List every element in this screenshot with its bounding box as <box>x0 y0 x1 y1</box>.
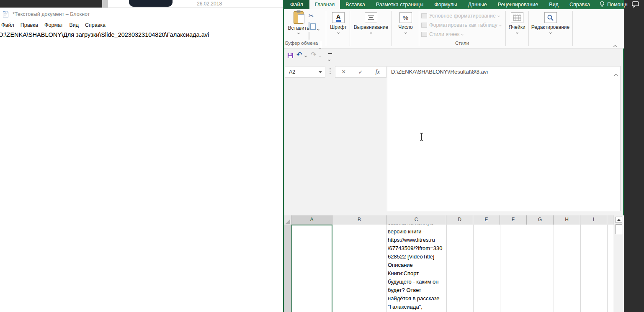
quick-access-toolbar: ↶ ↷ <box>284 49 624 63</box>
column-header-e[interactable]: E <box>473 215 500 225</box>
tab-file[interactable]: Файл <box>284 0 309 9</box>
notepad-menu-file[interactable]: Файл <box>1 22 14 28</box>
column-header-f[interactable]: F <box>500 215 527 225</box>
redo-button[interactable]: ↷ <box>311 51 316 59</box>
copy-icon <box>309 22 309 30</box>
cell-text-line: будет? Ответ <box>388 286 446 294</box>
cell-c2-text[interactable]: ссылка на полную версию книги - https://… <box>388 225 446 312</box>
background-window-strip: 26.02.2018 <box>108 0 283 8</box>
scroll-up-button[interactable] <box>616 217 622 223</box>
notepad-titlebar[interactable]: *Текстовый документ – Блокнот <box>0 8 283 20</box>
cell-text-line: ссылка на полную <box>388 225 446 228</box>
notepad-text-content[interactable]: D:\ZENKA\SHABLONY\Для загрузки\Slide_202… <box>0 31 209 38</box>
group-separator <box>392 11 392 46</box>
undo-button[interactable]: ↶ <box>296 51 302 59</box>
background-image-thumbnail <box>129 0 173 7</box>
cut-button[interactable]: ✂ <box>309 13 314 19</box>
column-header-i[interactable]: I <box>580 215 607 225</box>
comments-button[interactable] <box>632 0 639 9</box>
enter-button[interactable]: ✓ <box>358 69 363 75</box>
format-as-table-icon <box>421 23 427 28</box>
cell-text-line: версию книги - <box>388 228 446 236</box>
save-icon <box>287 52 294 59</box>
notepad-menu-help[interactable]: Справка <box>85 22 106 28</box>
name-box-value: A2 <box>285 69 319 75</box>
tab-page-layout[interactable]: Разметка страницы <box>371 0 429 9</box>
select-all-button[interactable] <box>284 215 291 225</box>
redo-dropdown[interactable] <box>319 55 321 57</box>
gridline <box>527 225 527 312</box>
alignment-group-button[interactable]: Выравнивание <box>350 12 392 33</box>
cell-styles-icon <box>421 32 427 37</box>
tab-insert[interactable]: Вставка <box>340 0 370 9</box>
paste-clipboard-icon <box>294 11 304 24</box>
notepad-menu-view[interactable]: Вид <box>69 22 79 28</box>
active-cell-a2[interactable] <box>291 225 332 312</box>
conditional-formatting-button[interactable]: Условное форматирование <box>421 13 500 19</box>
insert-function-button[interactable]: fx <box>376 69 380 75</box>
column-header-g[interactable]: G <box>527 215 554 225</box>
format-as-table-button[interactable]: Форматировать как таблицу <box>421 22 501 28</box>
save-button[interactable] <box>287 52 294 59</box>
column-header-h[interactable]: H <box>554 215 580 225</box>
cells-group-button[interactable]: Ячейки <box>506 12 528 33</box>
tab-help[interactable]: Справка <box>564 0 595 9</box>
background-date-label: 26.02.2018 <box>197 1 222 7</box>
tab-data[interactable]: Данные <box>463 0 492 9</box>
comment-icon <box>632 1 639 8</box>
conditional-formatting-icon <box>421 13 427 18</box>
number-group-button[interactable]: % Число <box>392 12 419 33</box>
group-separator <box>326 11 326 46</box>
cell-text-line: "Галаксиада", <box>388 303 446 311</box>
ribbon: Вставить ✂ Буфер обмена А Шрифт <box>284 9 624 49</box>
editing-group-button[interactable]: Редактирование <box>529 12 572 33</box>
tab-home[interactable]: Главная <box>309 0 340 9</box>
name-box-resize-handle[interactable] <box>330 68 331 74</box>
copy-button[interactable] <box>309 22 309 30</box>
column-header-c[interactable]: C <box>386 215 446 225</box>
notepad-menu-format[interactable]: Формат <box>44 22 63 28</box>
cell-text-line: /67743509/?lfrom=330 <box>388 244 446 253</box>
row-header-column[interactable] <box>284 225 291 312</box>
cell-styles-button[interactable]: Стили ячеек <box>421 31 463 38</box>
cell-text-line: Описание <box>388 261 446 269</box>
tab-view[interactable]: Вид <box>544 0 564 9</box>
gridline <box>580 225 581 312</box>
collapse-formula-bar-button[interactable] <box>615 71 617 79</box>
tab-review[interactable]: Рецензирование <box>492 0 544 9</box>
column-header-b[interactable]: B <box>332 215 386 225</box>
notepad-menu-edit[interactable]: Правка <box>21 22 38 28</box>
find-select-icon <box>544 12 557 23</box>
paste-button[interactable]: Вставить <box>288 11 309 34</box>
scroll-up-icon <box>617 219 621 221</box>
screen: 26.02.2018 *Текстовый документ – Блокнот… <box>0 0 644 312</box>
gridline <box>473 225 474 312</box>
font-group-button[interactable]: А Шрифт <box>327 12 350 33</box>
assistant-label: Помощн <box>607 2 628 8</box>
column-header-partial[interactable] <box>607 215 613 225</box>
cancel-button[interactable]: × <box>342 68 345 76</box>
tell-me-assistant[interactable]: Помощн <box>595 0 632 9</box>
customize-qat-button[interactable] <box>328 53 332 62</box>
gridline <box>446 225 447 312</box>
styles-group-label: Стили <box>419 41 505 46</box>
copy-dropdown[interactable] <box>317 24 319 32</box>
align-center-icon <box>365 12 377 23</box>
name-box-dropdown-icon[interactable] <box>319 71 322 73</box>
cell-text-line: найдётся в рассказе <box>388 294 446 303</box>
format-painter-button[interactable] <box>309 32 309 40</box>
background-window-divider <box>102 0 108 8</box>
name-box[interactable]: A2 <box>285 66 325 78</box>
excel-window: Файл Главная Вставка Разметка страницы Ф… <box>283 0 624 312</box>
notepad-window-title: *Текстовый документ – Блокнот <box>13 8 90 20</box>
cell-text-line: 628522 [VideoTitle] <box>388 253 446 261</box>
undo-dropdown[interactable] <box>305 55 307 57</box>
column-header-a[interactable]: A <box>291 215 332 225</box>
clipboard-dialog-launcher[interactable] <box>321 41 321 49</box>
group-separator <box>528 11 529 46</box>
lightbulb-icon <box>600 1 605 9</box>
scrollbar-thumb[interactable] <box>616 224 622 234</box>
grid-area[interactable] <box>291 225 613 312</box>
tab-formulas[interactable]: Формулы <box>429 0 462 9</box>
column-header-d[interactable]: D <box>446 215 473 225</box>
